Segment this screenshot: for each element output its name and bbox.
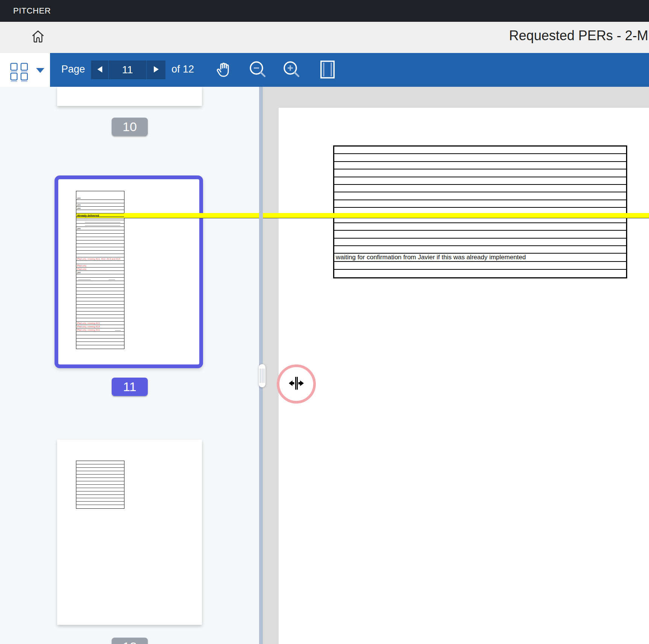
thumb-table-row: iPad only	[76, 264, 124, 268]
thumb-table-row	[76, 288, 124, 291]
document-table-row	[334, 154, 626, 162]
thumb-table-row	[76, 210, 124, 213]
page-10-badge: 10	[112, 118, 148, 136]
thumb-12-table	[76, 461, 124, 509]
thumb-table-row	[76, 301, 124, 305]
thumbnail-page-11-selected[interactable]: Already deliveredyesyesyesyesiPad only, …	[55, 175, 203, 368]
thumb-table-row	[76, 274, 124, 278]
document-table-row	[334, 262, 626, 269]
thumb-table-row	[76, 281, 124, 284]
thumb-table-row	[76, 295, 124, 298]
thumb-table-row	[76, 332, 124, 335]
thumb-table-row: yes	[76, 203, 124, 207]
document-table: waiting for confirmation from Javier if …	[333, 145, 627, 278]
app-brand: PITCHER	[13, 0, 51, 22]
thumb-table-row	[76, 478, 124, 481]
thumb-table-row	[76, 318, 124, 322]
thumb-table-row	[76, 502, 124, 505]
app-titlebar: PITCHER	[0, 0, 649, 22]
thumb-table-row	[76, 237, 124, 240]
thumb-table-row	[76, 291, 124, 295]
thumbnail-page-12[interactable]	[57, 440, 202, 625]
horizontal-resize-cursor-icon	[288, 376, 305, 392]
thumb-table-row	[76, 345, 124, 349]
zoom-out-button[interactable]	[249, 60, 267, 80]
thumb-table-row	[76, 251, 124, 254]
document-table-row	[334, 185, 626, 192]
page-12-badge: 12	[112, 638, 148, 644]
document-table-row: waiting for confirmation from Javier if …	[334, 254, 626, 262]
thumb-table-row	[76, 311, 124, 315]
thumbnail-page-10[interactable]	[57, 87, 202, 106]
thumb-11-table: Already deliveredyesyesyesyesiPad only, …	[76, 191, 124, 349]
document-table-row	[334, 231, 626, 238]
thumb-table-row	[76, 220, 124, 224]
pdf-toolbar: Page 11 of 12	[0, 53, 649, 87]
thumb-table-row	[76, 335, 124, 339]
zoom-in-icon	[282, 60, 302, 80]
thumb-table-row: iPad only, missing AC1	[76, 328, 124, 332]
hand-pan-icon	[215, 60, 233, 80]
drag-touch-indicator	[277, 364, 316, 404]
previous-page-icon	[97, 66, 102, 74]
document-viewport: waiting for confirmation from Javier if …	[263, 87, 649, 644]
thumb-table-row	[76, 278, 124, 281]
thumb-table-row	[76, 468, 124, 471]
document-header: Requested PERs - 2-M	[0, 22, 649, 53]
document-table-row	[334, 162, 626, 169]
page-count-label: of 12	[171, 63, 194, 75]
thumbnail-panel-toggle[interactable]	[0, 53, 50, 87]
thumb-table-row	[76, 305, 124, 308]
thumb-table-row	[76, 240, 124, 244]
thumb-table-row	[76, 315, 124, 318]
thumb-table-row	[76, 505, 124, 508]
fit-page-button[interactable]	[318, 60, 337, 80]
thumbnails-grid-icon	[10, 62, 29, 83]
page-label: Page	[61, 63, 85, 75]
document-title: Requested PERs - 2-M	[509, 28, 648, 44]
next-page-icon	[154, 66, 159, 74]
next-page-button[interactable]	[147, 60, 165, 79]
zoom-out-icon	[248, 60, 268, 80]
thumb-table-row: yes	[76, 207, 124, 210]
thumb-table-row	[76, 461, 124, 464]
zoom-in-button[interactable]	[282, 60, 301, 80]
thumb-table-row	[76, 308, 124, 311]
document-table-row	[334, 246, 626, 254]
thumb-table-row	[76, 213, 124, 217]
thumb-table-row	[76, 488, 124, 491]
thumb-table-row	[76, 342, 124, 345]
document-table-row	[334, 147, 626, 154]
hand-pan-tool-button[interactable]	[215, 60, 234, 80]
document-table-row	[334, 223, 626, 231]
thumb-table-row: iPad only, missing AC1	[76, 322, 124, 325]
document-table-row	[334, 169, 626, 177]
thumb-table-row: Already delivered	[76, 213, 649, 218]
thumb-table-row: yes	[76, 271, 124, 274]
thumb-table-row	[76, 234, 124, 237]
panel-resize-handle[interactable]	[259, 364, 265, 387]
chevron-down-icon	[36, 68, 45, 75]
page-number-input[interactable]: 11	[109, 60, 146, 79]
document-table-row	[334, 177, 626, 185]
thumb-table-row	[76, 495, 124, 498]
thumb-table-row	[76, 261, 124, 264]
thumb-table-row: yes	[76, 197, 124, 200]
thumb-table-row	[76, 339, 124, 342]
thumb-table-row: iPad only, missing AC1, AC2, AC3 and AC4	[76, 257, 124, 261]
thumb-table-row	[76, 491, 124, 495]
document-table-row	[334, 239, 626, 246]
fit-page-icon	[319, 60, 336, 80]
document-table-row	[334, 192, 626, 200]
document-page: waiting for confirmation from Javier if …	[279, 108, 649, 644]
thumb-table-row	[76, 464, 124, 468]
thumb-table-row	[76, 224, 124, 227]
thumb-table-row	[76, 475, 124, 478]
thumb-table-row	[76, 298, 124, 301]
home-button[interactable]	[30, 26, 46, 48]
page-11-badge: 11	[112, 378, 148, 396]
thumb-table-row: yes	[76, 227, 124, 230]
table-note-text: waiting for confirmation from Javier if …	[334, 254, 526, 261]
thumb-table-row: iPad only, missing AC4	[76, 325, 124, 328]
previous-page-button[interactable]	[91, 60, 108, 79]
